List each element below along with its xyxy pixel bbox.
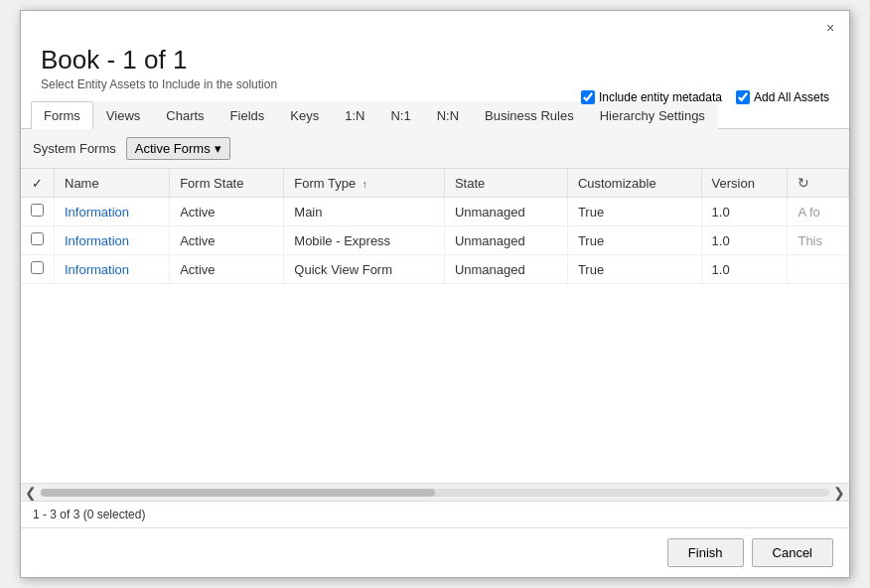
row-version: 1.0 bbox=[701, 198, 788, 226]
tab-views[interactable]: Views bbox=[93, 101, 153, 129]
row-name[interactable]: Information bbox=[55, 226, 170, 255]
row-extra: A fo bbox=[788, 198, 849, 226]
row-state: Unmanaged bbox=[444, 226, 567, 255]
active-forms-dropdown[interactable]: Active Forms ▾ bbox=[126, 137, 230, 160]
finish-button[interactable]: Finish bbox=[667, 538, 744, 567]
col-refresh[interactable]: ↻ bbox=[788, 169, 849, 198]
row-name-link[interactable]: Information bbox=[65, 205, 129, 220]
add-all-assets-label: Add All Assets bbox=[754, 90, 829, 104]
table-row: InformationActiveMainUnmanagedTrue1.0A f… bbox=[21, 198, 849, 226]
tab-fields[interactable]: Fields bbox=[218, 101, 278, 129]
system-forms-bar: System Forms Active Forms ▾ bbox=[21, 129, 849, 168]
close-button[interactable]: × bbox=[821, 19, 839, 37]
horizontal-scrollbar[interactable]: ❮ ❯ bbox=[21, 483, 849, 501]
row-extra: This bbox=[788, 226, 849, 255]
row-name-link[interactable]: Information bbox=[65, 233, 129, 248]
col-form-type[interactable]: Form Type ↑ bbox=[284, 169, 445, 198]
dropdown-arrow: ▾ bbox=[215, 141, 221, 156]
empty-area bbox=[21, 284, 849, 483]
refresh-icon: ↻ bbox=[798, 175, 809, 191]
cancel-button[interactable]: Cancel bbox=[752, 538, 833, 567]
table-body: InformationActiveMainUnmanagedTrue1.0A f… bbox=[21, 198, 849, 284]
row-form-state: Active bbox=[170, 226, 284, 255]
status-bar: 1 - 3 of 3 (0 selected) bbox=[21, 501, 849, 527]
tabs-bar: FormsViewsChartsFieldsKeys1:NN:1N:NBusin… bbox=[21, 101, 849, 129]
include-metadata-checkbox[interactable] bbox=[581, 90, 595, 104]
include-metadata-checkbox-container[interactable]: Include entity metadata bbox=[581, 90, 722, 104]
system-forms-label: System Forms bbox=[33, 141, 116, 156]
table-container: ✓ Name Form State Form Type ↑ State Cust… bbox=[21, 168, 849, 483]
add-all-assets-checkbox-container[interactable]: Add All Assets bbox=[736, 90, 829, 104]
col-name: Name bbox=[55, 169, 170, 198]
dialog-footer: Finish Cancel bbox=[21, 527, 849, 577]
col-check: ✓ bbox=[21, 169, 55, 198]
table-row: InformationActiveMobile - ExpressUnmanag… bbox=[21, 226, 849, 255]
table-header-row: ✓ Name Form State Form Type ↑ State Cust… bbox=[21, 169, 849, 198]
row-form-type: Mobile - Express bbox=[284, 226, 445, 255]
row-extra bbox=[788, 255, 849, 284]
col-version: Version bbox=[701, 169, 788, 198]
dialog-header: Book - 1 of 1 Select Entity Assets to In… bbox=[21, 41, 849, 101]
scroll-right-arrow[interactable]: ❯ bbox=[833, 485, 845, 501]
dialog-titlebar: × bbox=[21, 11, 849, 41]
row-name[interactable]: Information bbox=[55, 255, 170, 284]
include-metadata-label: Include entity metadata bbox=[599, 90, 722, 104]
tab-1-n[interactable]: 1:N bbox=[332, 101, 377, 129]
scroll-left-arrow[interactable]: ❮ bbox=[25, 485, 37, 501]
tab-n-1[interactable]: N:1 bbox=[377, 101, 423, 129]
row-checkbox[interactable] bbox=[31, 232, 44, 245]
row-form-type: Quick View Form bbox=[284, 255, 445, 284]
row-name-link[interactable]: Information bbox=[65, 262, 129, 277]
row-checkbox-cell[interactable] bbox=[21, 226, 55, 255]
tab-charts[interactable]: Charts bbox=[153, 101, 217, 129]
row-customizable: True bbox=[567, 255, 701, 284]
col-state: State bbox=[444, 169, 567, 198]
row-form-state: Active bbox=[170, 255, 284, 284]
row-checkbox[interactable] bbox=[31, 261, 44, 274]
sort-arrow: ↑ bbox=[362, 179, 367, 190]
col-form-state: Form State bbox=[170, 169, 284, 198]
row-name[interactable]: Information bbox=[55, 198, 170, 226]
row-checkbox-cell[interactable] bbox=[21, 255, 55, 284]
header-checkboxes: Include entity metadata Add All Assets bbox=[581, 90, 829, 104]
col-customizable: Customizable bbox=[567, 169, 701, 198]
data-table: ✓ Name Form State Form Type ↑ State Cust… bbox=[21, 169, 849, 284]
table-header: ✓ Name Form State Form Type ↑ State Cust… bbox=[21, 169, 849, 198]
tab-keys[interactable]: Keys bbox=[277, 101, 332, 129]
row-checkbox[interactable] bbox=[31, 204, 44, 217]
dialog-subtitle: Select Entity Assets to Include in the s… bbox=[41, 77, 829, 91]
status-text: 1 - 3 of 3 (0 selected) bbox=[33, 508, 145, 521]
content-area: System Forms Active Forms ▾ ✓ Name Form … bbox=[21, 129, 849, 483]
tab-n-n[interactable]: N:N bbox=[424, 101, 472, 129]
row-version: 1.0 bbox=[701, 255, 788, 284]
row-state: Unmanaged bbox=[444, 255, 567, 284]
row-form-state: Active bbox=[170, 198, 284, 226]
row-customizable: True bbox=[567, 198, 701, 226]
row-version: 1.0 bbox=[701, 226, 788, 255]
table-row: InformationActiveQuick View FormUnmanage… bbox=[21, 255, 849, 284]
tab-hierarchy-settings[interactable]: Hierarchy Settings bbox=[587, 101, 718, 129]
scroll-thumb[interactable] bbox=[41, 489, 435, 497]
scroll-track[interactable] bbox=[41, 489, 829, 497]
row-form-type: Main bbox=[284, 198, 445, 226]
tab-forms[interactable]: Forms bbox=[31, 101, 93, 129]
dropdown-label: Active Forms bbox=[135, 141, 211, 156]
row-customizable: True bbox=[567, 226, 701, 255]
tab-business-rules[interactable]: Business Rules bbox=[472, 101, 587, 129]
add-all-assets-checkbox[interactable] bbox=[736, 90, 750, 104]
row-checkbox-cell[interactable] bbox=[21, 198, 55, 226]
dialog-title: Book - 1 of 1 bbox=[41, 45, 829, 75]
main-dialog: × Book - 1 of 1 Select Entity Assets to … bbox=[20, 10, 850, 578]
row-state: Unmanaged bbox=[444, 198, 567, 226]
